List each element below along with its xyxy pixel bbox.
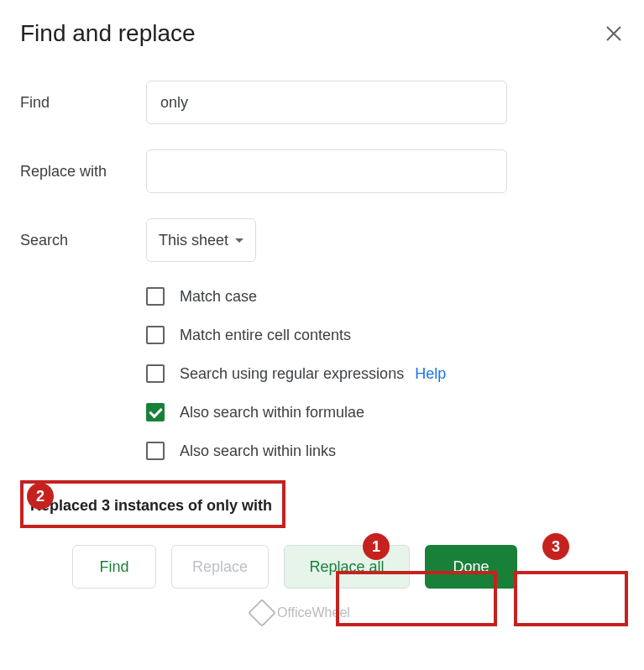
search-scope-value: This sheet (159, 232, 228, 249)
regex-checkbox[interactable] (146, 364, 165, 383)
status-message: Replaced 3 instances of only with (27, 490, 275, 521)
dialog-title: Find and replace (20, 20, 196, 47)
replace-all-button[interactable]: Replace all (284, 545, 410, 589)
search-formulae-checkbox[interactable] (146, 403, 165, 421)
search-label: Search (20, 232, 146, 249)
annotation-badge-2: 2 (27, 483, 54, 510)
search-formulae-label: Also search within formulae (180, 404, 364, 421)
done-button[interactable]: Done (425, 545, 517, 589)
match-entire-cell-checkbox[interactable] (146, 326, 165, 344)
match-case-label: Match case (180, 288, 257, 306)
chevron-down-icon (235, 238, 243, 243)
match-entire-cell-label: Match entire cell contents (180, 327, 351, 344)
watermark-logo-icon (248, 599, 276, 627)
replace-with-input[interactable] (146, 149, 507, 193)
regex-label: Search using regular expressions Help (180, 365, 446, 383)
search-links-label: Also search within links (180, 442, 336, 460)
replace-button[interactable]: Replace (171, 545, 269, 589)
watermark: OfficeWheel (252, 603, 350, 623)
search-scope-dropdown[interactable]: This sheet (146, 218, 256, 262)
search-links-checkbox[interactable] (146, 442, 165, 460)
watermark-text: OfficeWheel (277, 605, 350, 620)
match-case-checkbox[interactable] (146, 287, 165, 306)
replace-with-label: Replace with (20, 163, 146, 181)
close-icon[interactable] (604, 24, 624, 44)
annotation-badge-1: 1 (363, 533, 390, 560)
find-button[interactable]: Find (72, 545, 156, 589)
find-label: Find (20, 94, 146, 112)
help-link[interactable]: Help (415, 365, 446, 382)
annotation-badge-3: 3 (542, 533, 569, 560)
find-input[interactable] (146, 81, 507, 124)
status-highlight-box: Replaced 3 instances of only with (20, 480, 285, 528)
